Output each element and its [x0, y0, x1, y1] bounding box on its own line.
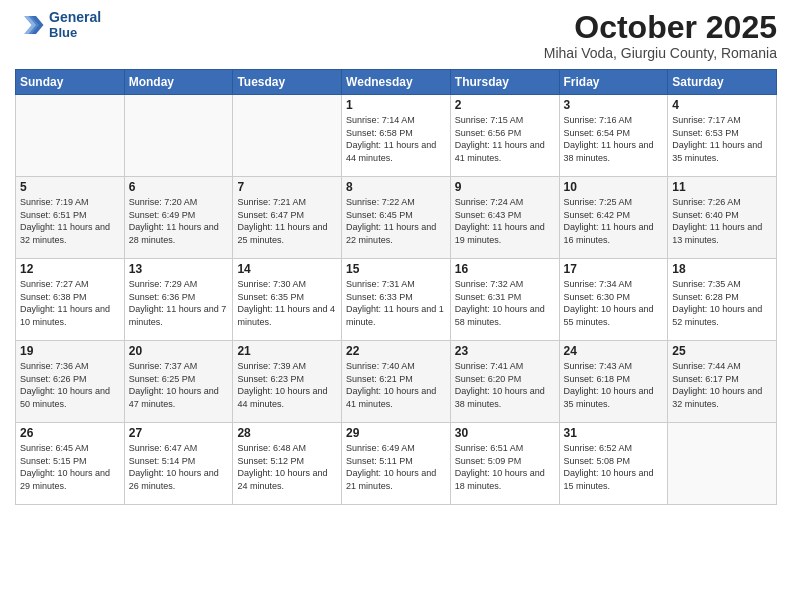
day-info: Sunrise: 6:51 AM Sunset: 5:09 PM Dayligh…: [455, 442, 555, 492]
calendar-week-row: 26Sunrise: 6:45 AM Sunset: 5:15 PM Dayli…: [16, 423, 777, 505]
day-number: 4: [672, 98, 772, 112]
day-info: Sunrise: 6:48 AM Sunset: 5:12 PM Dayligh…: [237, 442, 337, 492]
day-info: Sunrise: 6:45 AM Sunset: 5:15 PM Dayligh…: [20, 442, 120, 492]
calendar-day-cell: 2Sunrise: 7:15 AM Sunset: 6:56 PM Daylig…: [450, 95, 559, 177]
day-number: 22: [346, 344, 446, 358]
calendar-day-cell: 23Sunrise: 7:41 AM Sunset: 6:20 PM Dayli…: [450, 341, 559, 423]
calendar-header-cell: Tuesday: [233, 70, 342, 95]
calendar-day-cell: [124, 95, 233, 177]
logo-line2: Blue: [49, 26, 101, 40]
page: General Blue October 2025 Mihai Voda, Gi…: [0, 0, 792, 612]
calendar-week-row: 12Sunrise: 7:27 AM Sunset: 6:38 PM Dayli…: [16, 259, 777, 341]
header: General Blue October 2025 Mihai Voda, Gi…: [15, 10, 777, 61]
day-info: Sunrise: 7:16 AM Sunset: 6:54 PM Dayligh…: [564, 114, 664, 164]
calendar-week-row: 5Sunrise: 7:19 AM Sunset: 6:51 PM Daylig…: [16, 177, 777, 259]
calendar-day-cell: 6Sunrise: 7:20 AM Sunset: 6:49 PM Daylig…: [124, 177, 233, 259]
calendar-day-cell: 19Sunrise: 7:36 AM Sunset: 6:26 PM Dayli…: [16, 341, 125, 423]
calendar-week-row: 19Sunrise: 7:36 AM Sunset: 6:26 PM Dayli…: [16, 341, 777, 423]
logo-line1: General: [49, 10, 101, 25]
day-number: 29: [346, 426, 446, 440]
calendar-day-cell: 31Sunrise: 6:52 AM Sunset: 5:08 PM Dayli…: [559, 423, 668, 505]
calendar-day-cell: 16Sunrise: 7:32 AM Sunset: 6:31 PM Dayli…: [450, 259, 559, 341]
day-number: 19: [20, 344, 120, 358]
calendar-day-cell: 25Sunrise: 7:44 AM Sunset: 6:17 PM Dayli…: [668, 341, 777, 423]
calendar-day-cell: [668, 423, 777, 505]
day-number: 2: [455, 98, 555, 112]
calendar-day-cell: 27Sunrise: 6:47 AM Sunset: 5:14 PM Dayli…: [124, 423, 233, 505]
day-number: 8: [346, 180, 446, 194]
day-info: Sunrise: 7:44 AM Sunset: 6:17 PM Dayligh…: [672, 360, 772, 410]
calendar-day-cell: 9Sunrise: 7:24 AM Sunset: 6:43 PM Daylig…: [450, 177, 559, 259]
day-number: 26: [20, 426, 120, 440]
day-number: 15: [346, 262, 446, 276]
day-info: Sunrise: 7:40 AM Sunset: 6:21 PM Dayligh…: [346, 360, 446, 410]
calendar-day-cell: 5Sunrise: 7:19 AM Sunset: 6:51 PM Daylig…: [16, 177, 125, 259]
day-info: Sunrise: 7:37 AM Sunset: 6:25 PM Dayligh…: [129, 360, 229, 410]
calendar-day-cell: 7Sunrise: 7:21 AM Sunset: 6:47 PM Daylig…: [233, 177, 342, 259]
day-info: Sunrise: 7:19 AM Sunset: 6:51 PM Dayligh…: [20, 196, 120, 246]
calendar-header-cell: Thursday: [450, 70, 559, 95]
day-number: 6: [129, 180, 229, 194]
calendar-header-cell: Wednesday: [342, 70, 451, 95]
logo-icon: [15, 10, 45, 40]
day-number: 23: [455, 344, 555, 358]
day-number: 3: [564, 98, 664, 112]
day-number: 27: [129, 426, 229, 440]
day-number: 25: [672, 344, 772, 358]
calendar-day-cell: [16, 95, 125, 177]
calendar-day-cell: 10Sunrise: 7:25 AM Sunset: 6:42 PM Dayli…: [559, 177, 668, 259]
calendar-day-cell: 14Sunrise: 7:30 AM Sunset: 6:35 PM Dayli…: [233, 259, 342, 341]
calendar-day-cell: 17Sunrise: 7:34 AM Sunset: 6:30 PM Dayli…: [559, 259, 668, 341]
calendar-week-row: 1Sunrise: 7:14 AM Sunset: 6:58 PM Daylig…: [16, 95, 777, 177]
day-number: 9: [455, 180, 555, 194]
calendar-day-cell: 12Sunrise: 7:27 AM Sunset: 6:38 PM Dayli…: [16, 259, 125, 341]
day-number: 7: [237, 180, 337, 194]
calendar-day-cell: 24Sunrise: 7:43 AM Sunset: 6:18 PM Dayli…: [559, 341, 668, 423]
day-number: 16: [455, 262, 555, 276]
logo-text: General Blue: [49, 10, 101, 40]
day-info: Sunrise: 7:21 AM Sunset: 6:47 PM Dayligh…: [237, 196, 337, 246]
calendar-header-row: SundayMondayTuesdayWednesdayThursdayFrid…: [16, 70, 777, 95]
day-number: 30: [455, 426, 555, 440]
day-number: 13: [129, 262, 229, 276]
logo: General Blue: [15, 10, 101, 40]
day-info: Sunrise: 7:43 AM Sunset: 6:18 PM Dayligh…: [564, 360, 664, 410]
calendar-day-cell: 1Sunrise: 7:14 AM Sunset: 6:58 PM Daylig…: [342, 95, 451, 177]
calendar-day-cell: 15Sunrise: 7:31 AM Sunset: 6:33 PM Dayli…: [342, 259, 451, 341]
day-info: Sunrise: 7:35 AM Sunset: 6:28 PM Dayligh…: [672, 278, 772, 328]
day-info: Sunrise: 7:41 AM Sunset: 6:20 PM Dayligh…: [455, 360, 555, 410]
calendar-day-cell: [233, 95, 342, 177]
day-number: 24: [564, 344, 664, 358]
day-info: Sunrise: 7:20 AM Sunset: 6:49 PM Dayligh…: [129, 196, 229, 246]
day-info: Sunrise: 7:22 AM Sunset: 6:45 PM Dayligh…: [346, 196, 446, 246]
day-info: Sunrise: 7:27 AM Sunset: 6:38 PM Dayligh…: [20, 278, 120, 328]
calendar-day-cell: 21Sunrise: 7:39 AM Sunset: 6:23 PM Dayli…: [233, 341, 342, 423]
day-info: Sunrise: 7:39 AM Sunset: 6:23 PM Dayligh…: [237, 360, 337, 410]
day-info: Sunrise: 6:52 AM Sunset: 5:08 PM Dayligh…: [564, 442, 664, 492]
day-number: 10: [564, 180, 664, 194]
day-info: Sunrise: 7:26 AM Sunset: 6:40 PM Dayligh…: [672, 196, 772, 246]
calendar-day-cell: 26Sunrise: 6:45 AM Sunset: 5:15 PM Dayli…: [16, 423, 125, 505]
calendar-header-cell: Sunday: [16, 70, 125, 95]
day-info: Sunrise: 7:17 AM Sunset: 6:53 PM Dayligh…: [672, 114, 772, 164]
calendar-header-cell: Saturday: [668, 70, 777, 95]
day-number: 12: [20, 262, 120, 276]
day-info: Sunrise: 6:49 AM Sunset: 5:11 PM Dayligh…: [346, 442, 446, 492]
day-number: 20: [129, 344, 229, 358]
day-info: Sunrise: 7:32 AM Sunset: 6:31 PM Dayligh…: [455, 278, 555, 328]
subtitle: Mihai Voda, Giurgiu County, Romania: [544, 45, 777, 61]
day-info: Sunrise: 7:25 AM Sunset: 6:42 PM Dayligh…: [564, 196, 664, 246]
calendar-table: SundayMondayTuesdayWednesdayThursdayFrid…: [15, 69, 777, 505]
day-info: Sunrise: 7:15 AM Sunset: 6:56 PM Dayligh…: [455, 114, 555, 164]
day-info: Sunrise: 6:47 AM Sunset: 5:14 PM Dayligh…: [129, 442, 229, 492]
calendar-day-cell: 11Sunrise: 7:26 AM Sunset: 6:40 PM Dayli…: [668, 177, 777, 259]
day-number: 1: [346, 98, 446, 112]
day-info: Sunrise: 7:31 AM Sunset: 6:33 PM Dayligh…: [346, 278, 446, 328]
calendar-day-cell: 18Sunrise: 7:35 AM Sunset: 6:28 PM Dayli…: [668, 259, 777, 341]
calendar-day-cell: 8Sunrise: 7:22 AM Sunset: 6:45 PM Daylig…: [342, 177, 451, 259]
calendar-day-cell: 13Sunrise: 7:29 AM Sunset: 6:36 PM Dayli…: [124, 259, 233, 341]
calendar-day-cell: 30Sunrise: 6:51 AM Sunset: 5:09 PM Dayli…: [450, 423, 559, 505]
title-area: October 2025 Mihai Voda, Giurgiu County,…: [544, 10, 777, 61]
day-info: Sunrise: 7:24 AM Sunset: 6:43 PM Dayligh…: [455, 196, 555, 246]
day-info: Sunrise: 7:29 AM Sunset: 6:36 PM Dayligh…: [129, 278, 229, 328]
